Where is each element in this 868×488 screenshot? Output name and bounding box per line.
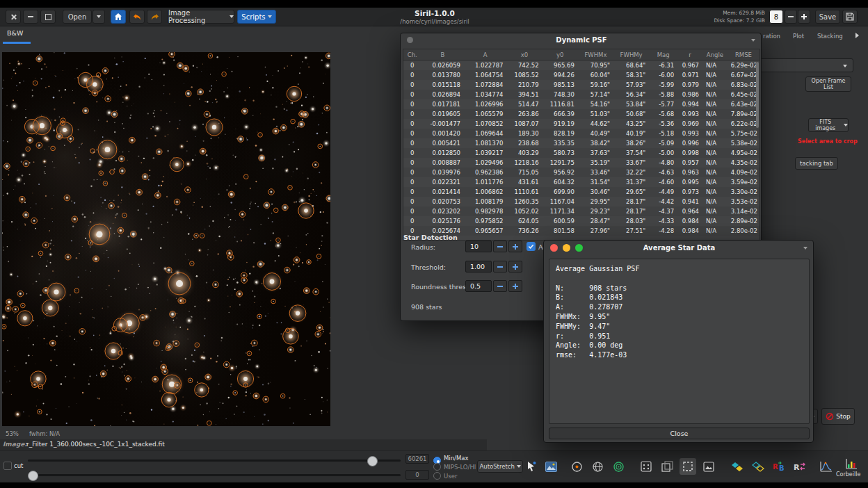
- psf-table-row[interactable]: 00.0088871.0294961218.161291.7535.19"33.…: [403, 158, 760, 168]
- roundness-plus-button[interactable]: [508, 280, 522, 292]
- redo-button[interactable]: [147, 10, 162, 24]
- lo-value-field[interactable]: 0: [405, 470, 429, 480]
- autostretch-dropdown[interactable]: AutoStretch: [477, 460, 523, 473]
- astro-image[interactable]: [2, 52, 330, 426]
- roundness-input[interactable]: 0.5: [465, 280, 492, 292]
- psf-column-header[interactable]: Angle: [702, 49, 728, 60]
- image-processing-button[interactable]: Image Processing: [168, 10, 234, 24]
- radius-input[interactable]: 10: [465, 241, 492, 252]
- tab-scroll-right-icon[interactable]: [855, 33, 859, 38]
- window-close-button[interactable]: [6, 10, 21, 24]
- radius-minus-button[interactable]: [493, 241, 507, 252]
- layers-spin-value[interactable]: 8: [769, 10, 783, 24]
- image-display-button[interactable]: [542, 458, 559, 475]
- hi-slider-handle[interactable]: [367, 456, 378, 466]
- psf-column-header[interactable]: Ch.: [403, 49, 421, 60]
- r-align-button[interactable]: R: [791, 458, 808, 475]
- astrometry-button[interactable]: [589, 458, 606, 475]
- table-scrollbar[interactable]: [756, 62, 759, 128]
- minus-icon: [497, 286, 503, 287]
- lo-slider-handle[interactable]: [28, 471, 38, 481]
- sequence-stack-button[interactable]: [659, 458, 675, 475]
- channel-compose-button[interactable]: [729, 458, 746, 475]
- lo-slider[interactable]: [28, 474, 401, 476]
- psf-table-row[interactable]: 00.0054211.081370238.68335.3538.42"38.26…: [403, 138, 760, 148]
- psf-table-row[interactable]: 00.0268941.034774394.51748.3057.14"56.34…: [403, 90, 760, 99]
- psf-table-row[interactable]: 00.0196051.065579263.86666.3951.03"50.68…: [403, 109, 760, 119]
- psf-plot-button[interactable]: [818, 458, 835, 475]
- adjust-checkbox[interactable]: [527, 242, 536, 251]
- target-button[interactable]: [610, 458, 627, 475]
- psf-column-header[interactable]: Mag: [649, 49, 677, 60]
- trash-button[interactable]: [843, 455, 860, 472]
- maximize-light-icon[interactable]: [575, 244, 583, 252]
- psf-table-row[interactable]: 00.0223211.011776431.61604.3231.54"31.37…: [403, 177, 760, 187]
- roundness-minus-button[interactable]: [493, 280, 507, 292]
- cut-checkbox[interactable]: [3, 462, 12, 470]
- open-button[interactable]: Open: [63, 10, 92, 24]
- avg-dialog-titlebar[interactable]: Average Star Data: [544, 241, 814, 256]
- close-light-icon[interactable]: [550, 244, 558, 252]
- window-maximize-button[interactable]: [40, 10, 56, 24]
- psf-table-row[interactable]: 00.0137801.0647541085.52994.2660.04"58.3…: [403, 70, 760, 80]
- rgb-align-button[interactable]: R B: [771, 458, 787, 475]
- threshold-input[interactable]: 1.00: [465, 261, 492, 273]
- radius-plus-button[interactable]: [508, 241, 522, 252]
- threshold-plus-button[interactable]: [508, 261, 522, 273]
- pixel-math-button[interactable]: [638, 458, 654, 475]
- psf-column-header[interactable]: A: [464, 49, 506, 60]
- psf-table-row[interactable]: 00.0014201.069644189.30828.1940.49"40.19…: [403, 129, 760, 138]
- psf-column-header[interactable]: x0: [506, 49, 542, 60]
- tab-bw[interactable]: B&W: [7, 29, 23, 37]
- close-button[interactable]: Close: [549, 428, 810, 439]
- mips-radio[interactable]: [433, 463, 441, 471]
- psf-column-header[interactable]: y0: [542, 49, 578, 60]
- threshold-minus-button[interactable]: [493, 261, 507, 273]
- psf-column-header[interactable]: B: [421, 49, 464, 60]
- save-as-button[interactable]: [842, 10, 858, 24]
- psf-column-header[interactable]: r: [677, 49, 702, 60]
- scripts-button[interactable]: Scripts: [237, 10, 276, 24]
- home-button[interactable]: [111, 10, 126, 24]
- save-button[interactable]: Save: [815, 10, 840, 24]
- hi-value-field[interactable]: 60261: [405, 454, 429, 464]
- chevron-down-icon[interactable]: [803, 247, 807, 250]
- photometry-button[interactable]: [568, 458, 585, 475]
- stop-button[interactable]: Stop: [821, 408, 855, 425]
- goto-stacking-tab-button[interactable]: tacking tab: [795, 157, 838, 170]
- psf-table-row[interactable]: 00.0232020.9829781052.021171.3429.23"28.…: [403, 206, 760, 216]
- psf-table-row[interactable]: 00.0171811.026996514.471116.8154.16"53.8…: [403, 99, 760, 109]
- snapshot-button[interactable]: [700, 458, 717, 475]
- psf-table-row[interactable]: 00.0399760.962386715.05956.9233.46"32.22…: [403, 168, 760, 177]
- psf-table-row[interactable]: 00.0251760.975852624.05600.5928.47"28.03…: [403, 216, 760, 226]
- user-radio[interactable]: [433, 472, 441, 480]
- tab-plot[interactable]: Plot: [793, 33, 804, 40]
- hi-slider[interactable]: [28, 459, 401, 462]
- psf-dialog-titlebar[interactable]: Dynamic PSF: [401, 33, 762, 47]
- window-minimize-button[interactable]: [23, 10, 38, 24]
- chevron-down-icon[interactable]: [751, 39, 755, 42]
- channel-extract-button[interactable]: [750, 458, 766, 475]
- psf-table-row[interactable]: 00.0207531.0081791260.351167.0429.95"28.…: [403, 197, 760, 206]
- psf-table-row[interactable]: 00.0214141.0068621110.61699.9030.46"29.6…: [403, 187, 760, 197]
- pointer-tool-button[interactable]: [523, 458, 540, 475]
- minimize-light-icon[interactable]: [563, 244, 570, 252]
- psf-column-header[interactable]: FWHMy: [613, 49, 649, 60]
- tab-stacking[interactable]: Stacking: [817, 33, 843, 40]
- window-menu-button[interactable]: [407, 37, 413, 43]
- psf-table-row[interactable]: 0-0.0014771.0708521087.07919.1944.62"43.…: [403, 119, 760, 129]
- psf-cell: 3.30e-02: [728, 187, 760, 197]
- open-frame-list-button[interactable]: Open Frame List: [805, 76, 851, 92]
- fits-images-dropdown[interactable]: FITS images: [808, 118, 849, 132]
- layers-minus-button[interactable]: [785, 10, 797, 24]
- psf-column-header[interactable]: FWHMx: [578, 49, 613, 60]
- psf-table-row[interactable]: 00.0151181.072884210.79985.1359.16"57.93…: [403, 80, 760, 90]
- psf-table-row[interactable]: 00.0260591.022787742.52965.6970.95"68.64…: [403, 60, 760, 71]
- open-dropdown-button[interactable]: [93, 10, 105, 24]
- psf-table-row[interactable]: 00.0128501.039217403.29580.7337.63"37.54…: [403, 148, 760, 158]
- tab-registration[interactable]: ration: [763, 33, 780, 40]
- layers-plus-button[interactable]: [798, 10, 810, 24]
- selection-tool-button[interactable]: [680, 458, 696, 475]
- undo-button[interactable]: [129, 10, 145, 24]
- psf-column-header[interactable]: RMSE: [728, 49, 760, 60]
